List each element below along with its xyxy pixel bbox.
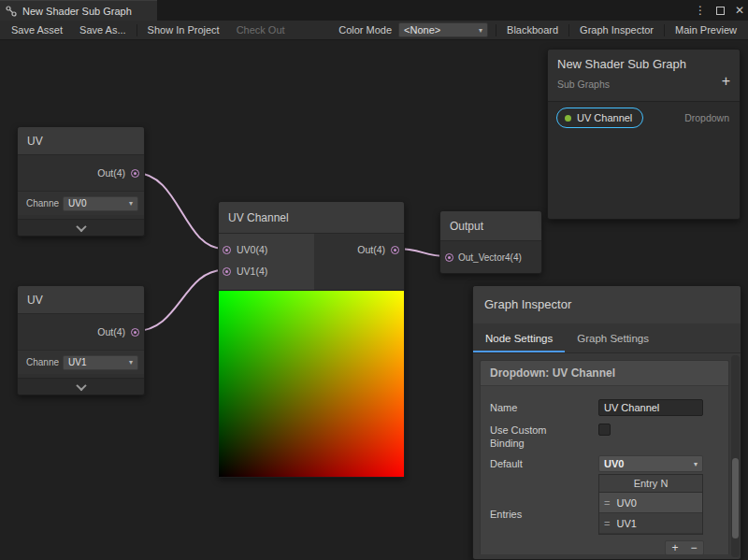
inspector-scrollbar[interactable]: [731, 355, 740, 557]
entries-footer: + −: [481, 540, 704, 554]
remove-entry-button[interactable]: −: [684, 541, 703, 554]
input-port-row: UV0(4): [219, 239, 314, 260]
channel-value: UV0: [68, 198, 86, 208]
blackboard-header: New Shader Sub Graph Sub Graphs +: [548, 50, 740, 102]
uv-channel-node[interactable]: UV Channel UV0(4) UV1(4) Out(4): [218, 201, 405, 478]
property-label: UV Channel: [577, 112, 632, 123]
input-port[interactable]: [223, 267, 231, 276]
entries-label: Entries: [490, 508, 598, 521]
output-ports: Out(4): [314, 234, 404, 290]
toolbar-separator: [137, 24, 137, 36]
output-port-row: Out(4): [18, 314, 144, 350]
chevron-down-icon: ▾: [694, 460, 698, 468]
add-property-button[interactable]: +: [722, 74, 730, 89]
node-title[interactable]: Output: [440, 211, 541, 241]
window-tab[interactable]: New Shader Sub Graph: [0, 0, 157, 21]
color-mode-label: Color Mode: [338, 24, 392, 36]
use-custom-binding-label: Use Custom Binding: [490, 424, 565, 450]
collapse-toggle[interactable]: [18, 378, 144, 395]
drag-handle-icon[interactable]: =: [604, 518, 610, 529]
save-asset-button[interactable]: Save Asset: [3, 21, 71, 40]
entries-header: Entry N: [599, 475, 702, 493]
name-field-row: Name: [481, 399, 728, 416]
color-mode-value: <None>: [404, 24, 440, 36]
node-title[interactable]: UV: [18, 286, 144, 314]
entry-row[interactable]: = UV1: [599, 513, 702, 534]
entry-row[interactable]: = UV0: [599, 493, 702, 513]
edge-uv1: [136, 270, 223, 331]
blackboard-title: New Shader Sub Graph: [557, 57, 730, 71]
chevron-down-icon: ▾: [129, 199, 133, 208]
use-custom-binding-checkbox[interactable]: [598, 424, 611, 436]
input-port[interactable]: [223, 246, 231, 254]
tab-node-settings[interactable]: Node Settings: [473, 323, 565, 352]
toolbar-separator: [496, 24, 496, 36]
color-mode-dropdown[interactable]: <None> ▾: [398, 22, 488, 37]
dropdown-section: Dropdown: UV Channel Name Use Custom Bin…: [480, 360, 729, 554]
name-label: Name: [490, 401, 598, 414]
uv-node-1[interactable]: UV Out(4) Channe UV0 ▾: [17, 126, 145, 237]
default-dropdown[interactable]: UV0 ▾: [598, 455, 703, 472]
port-label: Out(4): [97, 167, 125, 179]
port-label: Out(4): [97, 326, 125, 337]
chevron-down-icon: [76, 221, 86, 231]
output-port[interactable]: [131, 169, 139, 178]
property-pill[interactable]: UV Channel: [556, 108, 643, 128]
channel-label: Channe: [26, 357, 59, 367]
entry-label: UV0: [616, 497, 636, 509]
output-node[interactable]: Output Out_Vector4(4): [439, 210, 542, 274]
port-label: UV0(4): [237, 244, 267, 255]
graph-inspector-toggle-button[interactable]: Graph Inspector: [571, 21, 662, 40]
scrollbar-thumb[interactable]: [732, 458, 739, 538]
more-menu-icon[interactable]: ⋮: [695, 4, 706, 17]
node-title[interactable]: UV: [18, 127, 144, 155]
inspector-content: Dropdown: UV Channel Name Use Custom Bin…: [473, 353, 741, 554]
entries-field-row: Entries Entry N = UV0 = UV1: [481, 474, 728, 535]
drag-handle-icon[interactable]: =: [604, 497, 610, 509]
output-port[interactable]: [391, 246, 399, 254]
tab-graph-settings[interactable]: Graph Settings: [565, 323, 661, 352]
port-label: UV1(4): [237, 266, 267, 277]
binding-field-row: Use Custom Binding: [481, 424, 728, 450]
close-icon[interactable]: ✕: [735, 4, 744, 17]
channel-dropdown[interactable]: UV1 ▾: [63, 355, 138, 370]
output-port-row: Out(4): [314, 239, 404, 260]
name-input[interactable]: [598, 399, 703, 416]
graph-inspector-panel[interactable]: Graph Inspector Node Settings Graph Sett…: [472, 285, 741, 560]
uv-node-2[interactable]: UV Out(4) Channe UV1 ▾: [17, 285, 145, 395]
node-body: UV0(4) UV1(4) Out(4): [219, 234, 404, 290]
channel-dropdown[interactable]: UV0 ▾: [63, 196, 138, 211]
toolbar-separator: [568, 24, 569, 36]
port-label: Out(4): [357, 244, 385, 255]
channel-row: Channe UV1 ▾: [18, 350, 144, 374]
chevron-down-icon: ▾: [479, 26, 482, 35]
show-in-project-button[interactable]: Show In Project: [139, 21, 228, 40]
edge-uv0: [136, 173, 223, 249]
add-remove-bar: + −: [665, 540, 704, 554]
main-preview-toggle-button[interactable]: Main Preview: [667, 21, 745, 40]
toolbar-separator: [664, 24, 665, 36]
output-port[interactable]: [131, 328, 139, 337]
blackboard-panel[interactable]: New Shader Sub Graph Sub Graphs + UV Cha…: [547, 49, 741, 220]
input-port-row: UV1(4): [219, 261, 314, 281]
save-as-button[interactable]: Save As...: [71, 21, 135, 40]
node-title[interactable]: UV Channel: [219, 202, 404, 234]
tab-title: New Shader Sub Graph: [22, 6, 132, 17]
input-port[interactable]: [445, 253, 453, 262]
entries-table: Entry N = UV0 = UV1: [598, 474, 703, 535]
section-title: Dropdown: UV Channel: [481, 361, 728, 386]
color-mode-group: Color Mode <None> ▾: [338, 22, 488, 37]
property-type: Dropdown: [684, 112, 731, 123]
chevron-down-icon: [76, 380, 86, 390]
output-port-row: Out(4): [18, 155, 144, 191]
window-controls: ⋮ ✕: [695, 0, 744, 21]
default-value: UV0: [604, 458, 624, 469]
title-bar: New Shader Sub Graph ⋮ ✕: [0, 0, 748, 21]
add-entry-button[interactable]: +: [666, 541, 684, 554]
check-out-button: Check Out: [228, 21, 294, 40]
collapse-toggle[interactable]: [18, 219, 144, 236]
blackboard-subtitle: Sub Graphs: [557, 79, 730, 90]
blackboard-toggle-button[interactable]: Blackboard: [498, 21, 567, 40]
entry-label: UV1: [616, 518, 636, 529]
maximize-icon[interactable]: [716, 7, 725, 15]
